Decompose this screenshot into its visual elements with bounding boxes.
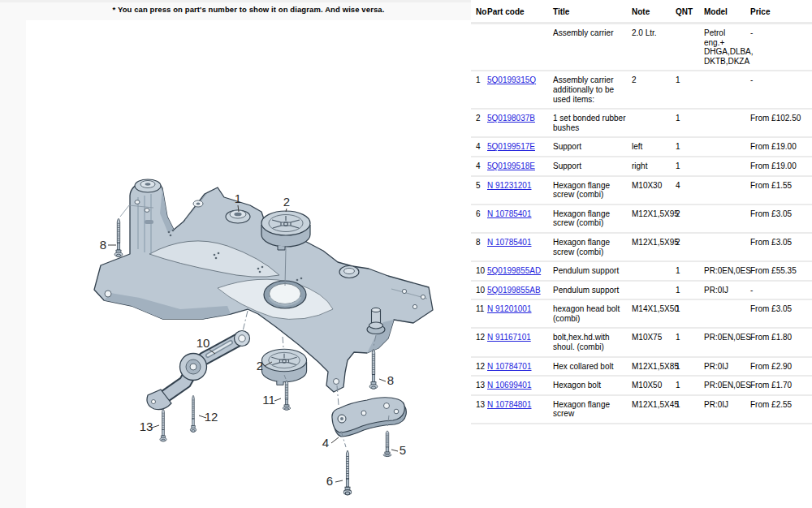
cell-no: 10	[471, 281, 487, 300]
part-code-link[interactable]: 5Q0199315Q	[487, 75, 536, 84]
cell-part: N 10699401	[487, 376, 553, 395]
part-code-link[interactable]: N 10784701	[487, 362, 532, 371]
cell-title: Support	[553, 137, 632, 157]
cell-no: 10	[471, 261, 487, 281]
callout-1[interactable]: 1	[235, 192, 241, 205]
cell-no: 12	[471, 357, 487, 377]
cell-qnt	[676, 24, 704, 71]
cell-price: -	[750, 71, 812, 109]
cell-title: Assembly carrier additionally to be used…	[553, 71, 632, 109]
parts-table-body: Assembly carrier 2.0 Ltr. Petrol eng.+ D…	[471, 24, 812, 424]
cell-model: PR:0IJ	[704, 395, 750, 424]
callout-5[interactable]: 5	[400, 443, 406, 457]
callout-12[interactable]: 12	[205, 410, 218, 424]
cell-model	[704, 109, 750, 137]
table-row: 10 5Q0199855AB Pendulum support 1 PR:0IJ…	[471, 281, 812, 300]
cell-part: 5Q0198037B	[487, 109, 553, 137]
table-row: 10 5Q0199855AD Pendulum support 1 PR:0EN…	[471, 261, 812, 281]
tower-top-bushing	[135, 179, 161, 192]
part-code-link[interactable]: N 91167101	[487, 333, 531, 342]
cell-title: Hexagon bolt	[553, 376, 632, 395]
cell-price: -	[750, 24, 812, 71]
cell-model: PR:0EN,0ES	[704, 328, 750, 356]
table-row: 12 N 10784701 Hex collared bolt M12X1,5X…	[471, 357, 812, 377]
cell-price: From £3.05	[750, 299, 812, 328]
cell-price: From £2.90	[750, 357, 812, 377]
cell-note: 2.0 Ltr.	[632, 24, 676, 71]
cell-qnt: 1	[676, 395, 704, 424]
cell-note: 2	[632, 71, 676, 109]
part-code-link[interactable]: 5Q0199855AB	[487, 286, 541, 295]
cell-price: From £55.35	[750, 261, 812, 281]
cell-title: Pendulum support	[553, 261, 632, 281]
cell-qnt: 1	[676, 157, 704, 176]
part-code-link[interactable]: 5Q0198037B	[487, 114, 535, 123]
cell-qnt: 1	[676, 328, 704, 356]
cell-note: right	[632, 157, 676, 176]
part-code-link[interactable]: 5Q0199518E	[487, 161, 535, 170]
cell-part: 5Q0199315Q	[487, 71, 553, 109]
cell-qnt: 1	[676, 137, 704, 157]
cell-model: Petrol eng.+ DHGA,DLBA, DKTB,DKZA	[704, 24, 750, 71]
header-no: No	[471, 0, 487, 24]
cell-note: M12X1,5X45	[632, 395, 676, 424]
part-code-link[interactable]: N 10699401	[487, 381, 532, 390]
cell-part: N 10784801	[487, 395, 553, 424]
cell-part: N 91231201	[487, 176, 553, 204]
header-part-code: Part code	[487, 0, 553, 24]
part-code-link[interactable]: N 10784801	[487, 400, 532, 409]
subframe-diagram: 8 1 2 10 2 11 12 13 8 4 5 6	[26, 20, 471, 508]
hint-banner: * You can press on part's number to show…	[26, 5, 471, 14]
bolt-6	[343, 451, 352, 495]
cell-no: 13	[471, 376, 487, 395]
cell-part: 5Q0199855AD	[487, 261, 553, 281]
header-note: Note	[632, 0, 676, 24]
cell-title: Hexagon flange screw (combi)	[553, 204, 632, 233]
cell-title: Hex collared bolt	[553, 357, 632, 377]
table-row: 4 5Q0199517E Support left 1 From £19.00	[471, 137, 812, 157]
table-row: 13 N 10784801 Hexagon flange screw M12X1…	[471, 395, 812, 424]
table-row: 5 N 91231201 Hexagon flange screw (combi…	[471, 176, 812, 204]
part-code-link[interactable]: N 10785401	[487, 238, 532, 247]
bolt-12	[190, 395, 196, 432]
cell-price: From £19.00	[750, 137, 812, 157]
cell-note	[632, 109, 676, 137]
callout-13[interactable]: 13	[140, 420, 153, 433]
cell-model: PR:0EN,0ES	[704, 376, 750, 395]
callout-10[interactable]: 10	[197, 336, 210, 350]
part-code-link[interactable]: 5Q0199517E	[487, 142, 535, 151]
bolt-13	[160, 409, 166, 441]
cell-qnt: 2	[676, 204, 704, 233]
part-code-link[interactable]: 5Q0199855AD	[487, 266, 541, 275]
parts-table: No Part code Title Note QNT Model Price …	[471, 0, 812, 424]
cell-model: PR:0IJ	[704, 357, 750, 377]
cell-price: From £1.70	[750, 376, 812, 395]
part-code-link[interactable]: N 10785401	[487, 209, 532, 218]
cell-qnt: 1	[676, 376, 704, 395]
header-model: Model	[704, 0, 750, 24]
callout-8-left[interactable]: 8	[100, 238, 106, 252]
part-code-link[interactable]: N 91231201	[487, 181, 532, 190]
callout-8-right[interactable]: 8	[387, 373, 394, 387]
callout-2-top[interactable]: 2	[283, 195, 290, 209]
callout-6[interactable]: 6	[326, 474, 333, 488]
cell-price: From £3.05	[750, 233, 812, 261]
cell-no: 6	[471, 204, 487, 233]
cell-model	[704, 157, 750, 176]
cell-no: 1	[471, 71, 487, 109]
cell-price: From £1.55	[750, 176, 812, 204]
cell-part: N 91201001	[487, 299, 553, 328]
cell-model	[704, 233, 750, 261]
part-code-link[interactable]: N 91201001	[487, 304, 532, 313]
callout-11[interactable]: 11	[262, 393, 275, 407]
cell-part: 5Q0199518E	[487, 157, 553, 176]
table-row: 13 N 10699401 Hexagon bolt M10X50 1 PR:0…	[471, 376, 812, 395]
cell-note: left	[632, 137, 676, 157]
table-header-row: No Part code Title Note QNT Model Price	[471, 0, 812, 24]
cell-price: From £1.80	[750, 328, 812, 356]
callout-4[interactable]: 4	[322, 436, 329, 450]
cell-model	[704, 71, 750, 109]
cell-part: N 91167101	[487, 328, 553, 356]
diagram-panel: * You can press on part's number to show…	[0, 0, 471, 508]
callout-2-bottom[interactable]: 2	[257, 359, 263, 372]
